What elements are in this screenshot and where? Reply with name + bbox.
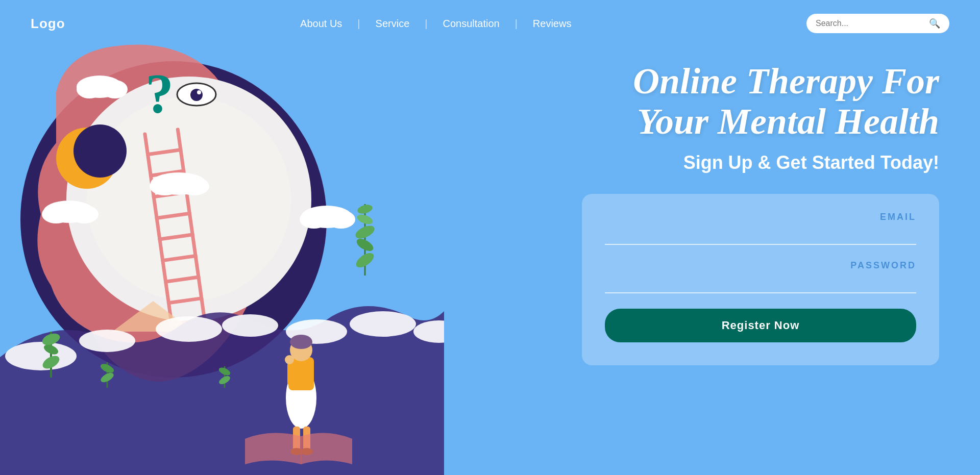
svg-point-23 <box>102 80 128 98</box>
svg-point-35 <box>156 316 222 342</box>
svg-point-31 <box>300 210 328 229</box>
svg-point-8 <box>74 124 127 178</box>
svg-point-32 <box>327 210 355 229</box>
svg-point-29 <box>179 177 209 195</box>
svg-point-61 <box>285 355 294 364</box>
svg-marker-20 <box>112 301 194 332</box>
main-title: Online Therapy For Your Mental Health <box>633 61 939 142</box>
nav-sep-3: | <box>515 18 518 30</box>
svg-point-24 <box>43 201 94 223</box>
illustration-area: ? <box>0 0 444 475</box>
svg-text:?: ? <box>145 62 174 124</box>
svg-point-28 <box>150 177 180 195</box>
nav-service[interactable]: Service <box>360 18 425 30</box>
svg-rect-62 <box>293 427 300 452</box>
svg-point-34 <box>79 330 135 352</box>
svg-point-37 <box>286 319 347 344</box>
svg-point-48 <box>356 213 374 226</box>
email-input[interactable] <box>605 227 916 245</box>
svg-point-42 <box>42 342 60 356</box>
svg-rect-16 <box>161 254 198 263</box>
svg-rect-17 <box>164 275 201 284</box>
svg-rect-14 <box>155 211 191 220</box>
svg-point-54 <box>218 374 232 386</box>
svg-rect-18 <box>166 296 203 305</box>
svg-point-39 <box>413 320 444 343</box>
email-label: EMAIL <box>605 212 916 222</box>
illustration-svg: ? <box>0 0 444 475</box>
page-wrapper: Logo About Us | Service | Consultation |… <box>0 0 980 475</box>
svg-point-0 <box>20 61 327 378</box>
register-button[interactable]: Register Now <box>605 309 916 342</box>
svg-point-59 <box>290 335 312 349</box>
svg-point-49 <box>356 203 373 215</box>
svg-point-41 <box>40 353 61 371</box>
svg-point-21 <box>77 76 122 98</box>
nav: About Us | Service | Consultation | Revi… <box>285 18 586 30</box>
svg-point-26 <box>70 205 99 223</box>
svg-point-51 <box>99 371 115 384</box>
svg-rect-9 <box>143 132 175 335</box>
svg-rect-13 <box>152 190 188 199</box>
svg-point-47 <box>354 223 377 241</box>
search-input[interactable] <box>816 19 929 28</box>
nav-about[interactable]: About Us <box>285 18 357 30</box>
svg-point-30 <box>301 206 352 228</box>
svg-rect-63 <box>303 427 310 452</box>
svg-point-27 <box>151 172 207 195</box>
svg-point-58 <box>290 339 312 361</box>
svg-point-33 <box>5 342 77 370</box>
svg-point-7 <box>56 128 117 189</box>
svg-rect-60 <box>287 362 293 385</box>
password-field: PASSWORD <box>605 260 916 293</box>
email-field: EMAIL <box>605 212 916 245</box>
svg-rect-15 <box>158 233 194 241</box>
svg-point-55 <box>218 366 232 377</box>
logo: Logo <box>31 16 65 32</box>
svg-point-46 <box>355 236 375 254</box>
svg-point-2 <box>87 97 291 301</box>
svg-point-36 <box>222 314 278 337</box>
svg-rect-57 <box>288 357 314 390</box>
svg-point-43 <box>41 331 62 347</box>
svg-rect-10 <box>176 128 208 330</box>
svg-point-1 <box>66 77 311 321</box>
password-label: PASSWORD <box>605 260 916 271</box>
svg-point-5 <box>190 89 203 101</box>
password-input[interactable] <box>605 275 916 293</box>
svg-point-38 <box>350 311 416 337</box>
svg-point-65 <box>301 448 313 455</box>
svg-point-4 <box>177 83 216 106</box>
nav-consultation[interactable]: Consultation <box>427 18 514 30</box>
svg-point-22 <box>77 80 102 98</box>
nav-reviews[interactable]: Reviews <box>518 18 587 30</box>
svg-point-64 <box>290 448 303 455</box>
header: Logo About Us | Service | Consultation |… <box>0 0 980 47</box>
svg-point-6 <box>197 90 201 94</box>
svg-point-25 <box>42 205 70 223</box>
subtitle: Sign Up & Get Started Today! <box>683 152 939 173</box>
nav-sep-1: | <box>357 18 360 30</box>
svg-point-45 <box>354 250 376 270</box>
svg-rect-19 <box>169 317 206 326</box>
search-button[interactable]: 🔍 <box>929 18 940 29</box>
svg-point-56 <box>286 367 316 429</box>
nav-sep-2: | <box>425 18 427 30</box>
svg-rect-12 <box>149 169 185 178</box>
right-content: Online Therapy For Your Mental Health Si… <box>521 61 939 365</box>
search-bar: 🔍 <box>806 14 949 33</box>
svg-point-52 <box>99 362 115 375</box>
form-card: EMAIL PASSWORD Register Now <box>582 194 939 365</box>
svg-rect-11 <box>146 148 183 157</box>
